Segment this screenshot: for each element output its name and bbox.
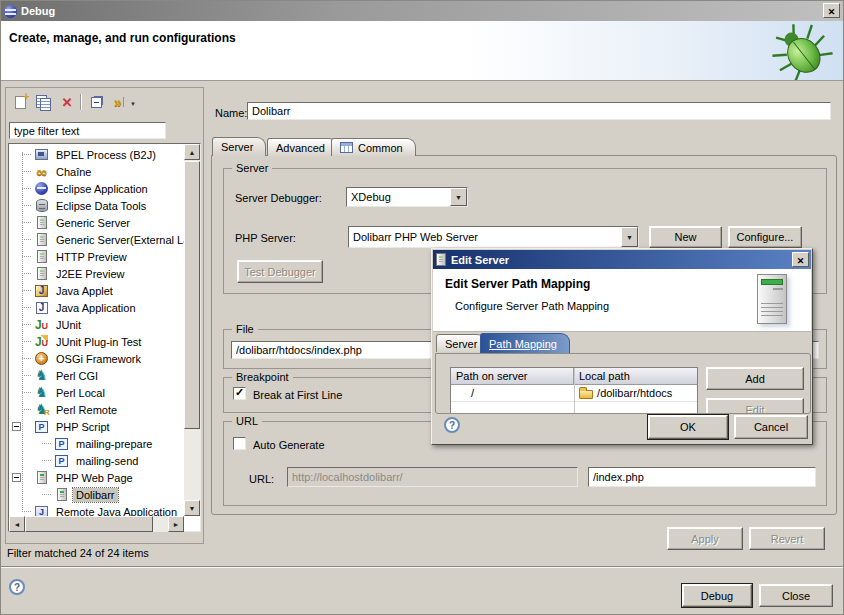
tree-item[interactable]: JUnit Plug-in Test	[9, 333, 184, 350]
collapse-expander-icon[interactable]	[12, 473, 21, 482]
tree-item-label: Perl Local	[53, 386, 108, 400]
tree-item[interactable]: OSGi Framework	[9, 350, 184, 367]
tab-advanced[interactable]: Advanced	[267, 138, 338, 156]
auto-generate-checkbox[interactable]	[233, 437, 246, 450]
tree-item[interactable]: Perl Local	[9, 384, 184, 401]
new-server-button[interactable]: New	[649, 226, 722, 248]
tree-item[interactable]: Remote Java Application	[9, 503, 184, 516]
test-debugger-button[interactable]: Test Debugger	[237, 260, 323, 283]
edit-server-dialog: Edit Server Edit Server Path Mapping Con…	[431, 248, 813, 445]
perlr-icon	[35, 403, 48, 416]
tree-item-label: Java Application	[53, 301, 139, 315]
collapse-all-button[interactable]	[85, 91, 107, 113]
tree-item[interactable]: Eclipse Application	[9, 180, 184, 197]
duplicate-configuration-button[interactable]	[32, 91, 54, 113]
php-server-combo[interactable]: Dolibarr PHP Web Server	[348, 226, 639, 248]
server-icon	[37, 233, 47, 246]
debug-button[interactable]: Debug	[682, 584, 752, 607]
tree-item[interactable]: mailing-prepare	[9, 435, 184, 452]
tree-item[interactable]: mailing-send	[9, 452, 184, 469]
filter-input[interactable]	[9, 122, 166, 139]
tab-common[interactable]: Common	[331, 138, 416, 156]
tree-item[interactable]: Generic Server	[9, 214, 184, 231]
collapse-expander-icon[interactable]	[12, 422, 21, 431]
dialog-tab-server[interactable]: Server	[436, 334, 486, 352]
filter-menu-button[interactable]	[127, 91, 139, 113]
dropdown-arrow-icon[interactable]	[621, 227, 638, 247]
tree-item-label: mailing-prepare	[73, 437, 155, 451]
tree-item[interactable]: PHP Script	[9, 418, 184, 435]
column-local-path[interactable]: Local path	[574, 368, 697, 384]
path-mapping-table[interactable]: Path on server Local path / /dolibarr/ht…	[450, 367, 698, 414]
tree-item-label: Java Applet	[53, 284, 116, 298]
revert-button[interactable]: Revert	[749, 527, 825, 550]
dialog-subheading: Configure Server Path Mapping	[455, 300, 609, 312]
apply-button[interactable]: Apply	[667, 527, 743, 550]
url-path-input[interactable]	[588, 467, 816, 487]
dialog-help-button[interactable]	[444, 417, 460, 433]
tree-item[interactable]: Perl CGI	[9, 367, 184, 384]
tab-server[interactable]: Server	[212, 137, 266, 156]
phpweb-icon	[57, 488, 67, 501]
folder-icon	[579, 390, 593, 399]
tree-item[interactable]: Generic Server(External La	[9, 231, 184, 248]
table-header-row: Path on server Local path	[451, 368, 697, 385]
window-close-button[interactable]	[823, 3, 840, 18]
ok-button[interactable]: OK	[648, 415, 728, 439]
delete-configuration-button[interactable]	[56, 91, 78, 113]
help-button[interactable]	[9, 579, 25, 595]
tree-item[interactable]: JUnit	[9, 316, 184, 333]
tree-item[interactable]: BPEL Process (B2J)	[9, 146, 184, 163]
path-mapping-row[interactable]: / /dolibarr/htdocs	[451, 385, 697, 402]
config-tree: BPEL Process (B2J) Chaîne Eclipse Applic…	[9, 146, 184, 516]
new-configuration-icon	[15, 96, 26, 109]
table-body: / /dolibarr/htdocs	[451, 385, 697, 402]
edit-server-close-button[interactable]	[792, 252, 809, 267]
dialog-tab-path-mapping[interactable]: Path Mapping	[480, 333, 570, 353]
horizontal-scroll-thumb[interactable]	[25, 516, 153, 532]
tree-item[interactable]: PHP Web Page	[9, 469, 184, 486]
server-icon	[436, 253, 446, 266]
scroll-down-button[interactable]: ▼	[184, 500, 200, 516]
tree-item[interactable]: Java Application	[9, 299, 184, 316]
scroll-left-button[interactable]: ◄	[9, 516, 25, 532]
local-path-cell: /dolibarr/htdocs	[574, 385, 697, 401]
column-path-on-server[interactable]: Path on server	[451, 368, 574, 384]
vertical-scroll-thumb[interactable]	[184, 161, 200, 429]
edit-mapping-button[interactable]: Edit	[706, 398, 804, 414]
php-icon	[35, 421, 48, 433]
tree-item[interactable]: HTTP Preview	[9, 248, 184, 265]
edit-server-title: Edit Server	[451, 254, 509, 266]
configure-server-button[interactable]: Configure...	[728, 226, 802, 248]
bpel-icon	[35, 149, 48, 160]
scroll-right-button[interactable]: ►	[168, 516, 184, 532]
tree-item-label: Remote Java Application	[53, 505, 180, 517]
tree-item[interactable]: Chaîne	[9, 163, 184, 180]
tree-item[interactable]: Eclipse Data Tools	[9, 197, 184, 214]
add-mapping-button[interactable]: Add	[706, 367, 804, 390]
auto-generate-label: Auto Generate	[253, 438, 325, 452]
tree-item[interactable]: J2EE Preview	[9, 265, 184, 282]
new-configuration-button[interactable]	[9, 91, 31, 113]
window-titlebar[interactable]: Debug	[1, 1, 844, 21]
dialog-tab-server-label: Server	[445, 338, 477, 350]
name-input[interactable]	[247, 102, 831, 120]
cancel-button[interactable]: Cancel	[734, 415, 808, 439]
tree-item-label: BPEL Process (B2J)	[53, 148, 159, 162]
db-icon	[36, 199, 48, 212]
perl-icon	[35, 386, 48, 399]
dropdown-arrow-icon[interactable]	[450, 188, 467, 206]
server-debugger-combo[interactable]: XDebug	[346, 187, 468, 207]
break-first-line-checkbox[interactable]	[233, 387, 246, 400]
tree-item-label: PHP Web Page	[53, 471, 136, 485]
scroll-up-button[interactable]: ▲	[184, 144, 200, 160]
tree-item[interactable]: Perl Remote	[9, 401, 184, 418]
close-button[interactable]: Close	[759, 584, 833, 607]
tree-item[interactable]: Java Applet	[9, 282, 184, 299]
filter-icon	[114, 94, 124, 110]
dropdown-caret-icon	[130, 96, 136, 108]
tree-item[interactable]: Dolibarr	[9, 486, 184, 503]
url-label: URL:	[249, 472, 274, 486]
edit-server-titlebar[interactable]: Edit Server	[433, 250, 811, 269]
java-icon	[36, 302, 48, 314]
